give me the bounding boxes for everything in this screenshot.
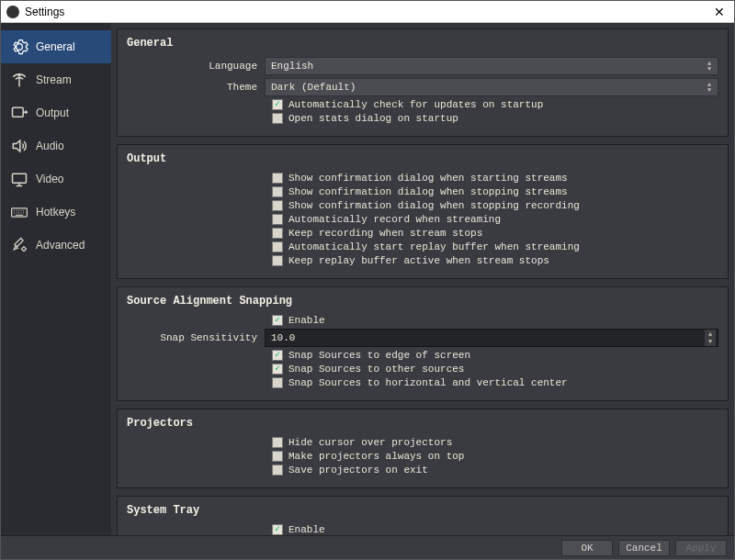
- cancel-button[interactable]: Cancel: [618, 540, 670, 556]
- group-output: Output Show confirmation dialog when sta…: [117, 144, 729, 279]
- app-icon: [6, 6, 19, 18]
- sidebar-item-general[interactable]: General: [1, 30, 111, 63]
- sidebar-item-label: Audio: [36, 140, 64, 152]
- sidebar-item-label: Stream: [36, 73, 72, 86]
- sidebar-item-label: General: [36, 40, 75, 53]
- checkbox-icon: [272, 173, 283, 184]
- snap-sensitivity-input[interactable]: 10.0 ▲▼: [265, 329, 718, 347]
- checkbox-snap-enable[interactable]: Enable: [272, 315, 718, 326]
- checkbox-icon: [272, 186, 283, 197]
- window-title: Settings: [25, 6, 710, 18]
- row-theme: Theme Dark (Default) ▲▼: [127, 78, 718, 96]
- chevron-updown-icon: ▲▼: [704, 58, 715, 74]
- tools-icon: [10, 236, 28, 254]
- footer: OK Cancel Apply: [1, 535, 734, 559]
- svg-rect-1: [13, 107, 24, 117]
- check-icon: [272, 99, 283, 110]
- checkbox-icon: [272, 241, 283, 252]
- svg-point-0: [18, 74, 21, 77]
- checkbox-auto-replay[interactable]: Automatically start replay buffer when s…: [272, 241, 718, 252]
- checkbox-icon: [272, 437, 283, 448]
- sidebar-item-output[interactable]: Output: [1, 96, 111, 129]
- settings-scroll[interactable]: General Language English ▲▼ Theme Dark (…: [117, 28, 730, 535]
- check-icon: [272, 364, 283, 375]
- checkbox-keep-recording[interactable]: Keep recording when stream stops: [272, 228, 718, 239]
- checkbox-snap-other[interactable]: Snap Sources to other sources: [272, 364, 718, 375]
- antenna-icon: [10, 71, 28, 89]
- sidebar-item-label: Output: [36, 106, 69, 119]
- group-title: General: [127, 37, 718, 50]
- group-title: Output: [127, 152, 718, 165]
- check-icon: [272, 315, 283, 326]
- checkbox-icon: [272, 377, 283, 388]
- check-icon: [272, 350, 283, 361]
- language-value: English: [271, 61, 313, 72]
- sidebar: General Stream Output Audio Video Hotkey…: [1, 23, 111, 535]
- language-select[interactable]: English ▲▼: [265, 57, 718, 75]
- checkbox-icon: [272, 228, 283, 239]
- language-label: Language: [127, 61, 265, 72]
- checkbox-icon: [272, 465, 283, 476]
- checkbox-icon: [272, 113, 283, 124]
- checkbox-keep-replay[interactable]: Keep replay buffer active when stream st…: [272, 255, 718, 266]
- group-title: System Tray: [127, 504, 718, 517]
- ok-button[interactable]: OK: [561, 540, 613, 556]
- row-language: Language English ▲▼: [127, 57, 718, 75]
- titlebar: Settings ✕: [1, 1, 734, 23]
- monitor-icon: [10, 170, 28, 188]
- group-title: Source Alignment Snapping: [127, 295, 718, 308]
- checkbox-auto-update[interactable]: Automatically check for updates on start…: [272, 99, 718, 110]
- theme-value: Dark (Default): [271, 82, 356, 93]
- sidebar-item-video[interactable]: Video: [1, 162, 111, 196]
- svg-rect-2: [13, 174, 27, 183]
- gear-icon: [10, 38, 28, 56]
- settings-window: Settings ✕ General Stream Output Audio: [0, 0, 735, 560]
- keyboard-icon: [10, 203, 28, 221]
- checkbox-snap-edge[interactable]: Snap Sources to edge of screen: [272, 350, 718, 361]
- checkbox-icon: [272, 200, 283, 211]
- checkbox-systray-enable[interactable]: Enable: [272, 524, 718, 535]
- row-snap-sensitivity: Snap Sensitivity 10.0 ▲▼: [127, 329, 718, 347]
- checkbox-confirm-stop-rec[interactable]: Show confirmation dialog when stopping r…: [272, 200, 718, 211]
- group-general: General Language English ▲▼ Theme Dark (…: [117, 28, 729, 137]
- apply-button[interactable]: Apply: [675, 540, 727, 556]
- speaker-icon: [10, 137, 28, 155]
- checkbox-save-exit[interactable]: Save projectors on exit: [272, 465, 718, 476]
- sidebar-item-label: Hotkeys: [36, 206, 75, 218]
- chevron-updown-icon: ▲▼: [704, 79, 715, 95]
- checkbox-open-stats[interactable]: Open stats dialog on startup: [272, 113, 718, 124]
- group-systray: System Tray Enable Minimize to system tr…: [117, 496, 729, 535]
- checkbox-snap-center[interactable]: Snap Sources to horizontal and vertical …: [272, 377, 718, 388]
- sidebar-item-hotkeys[interactable]: Hotkeys: [1, 196, 111, 229]
- checkbox-confirm-stop[interactable]: Show confirmation dialog when stopping s…: [272, 186, 718, 197]
- snap-sensitivity-value: 10.0: [271, 332, 295, 343]
- window-body: General Stream Output Audio Video Hotkey…: [1, 23, 734, 535]
- checkbox-icon: [272, 255, 283, 266]
- spinner-arrows-icon[interactable]: ▲▼: [705, 330, 716, 346]
- snap-sensitivity-label: Snap Sensitivity: [127, 332, 265, 343]
- checkbox-always-top[interactable]: Make projectors always on top: [272, 451, 718, 462]
- group-projectors: Projectors Hide cursor over projectors M…: [117, 409, 729, 488]
- close-icon[interactable]: ✕: [710, 5, 729, 19]
- main-panel: General Language English ▲▼ Theme Dark (…: [111, 23, 734, 535]
- sidebar-item-audio[interactable]: Audio: [1, 129, 111, 162]
- theme-select[interactable]: Dark (Default) ▲▼: [265, 78, 718, 96]
- sidebar-item-advanced[interactable]: Advanced: [1, 229, 111, 262]
- checkbox-icon: [272, 451, 283, 462]
- group-snapping: Source Alignment Snapping Enable Snap Se…: [117, 286, 729, 401]
- output-icon: [10, 104, 28, 122]
- checkbox-auto-record[interactable]: Automatically record when streaming: [272, 214, 718, 225]
- group-title: Projectors: [127, 417, 718, 430]
- check-icon: [272, 524, 283, 535]
- checkbox-icon: [272, 214, 283, 225]
- checkbox-confirm-start[interactable]: Show confirmation dialog when starting s…: [272, 173, 718, 184]
- sidebar-item-label: Advanced: [36, 239, 85, 252]
- sidebar-item-stream[interactable]: Stream: [1, 63, 111, 96]
- sidebar-item-label: Video: [36, 173, 63, 185]
- checkbox-hide-cursor[interactable]: Hide cursor over projectors: [272, 437, 718, 448]
- theme-label: Theme: [127, 82, 265, 93]
